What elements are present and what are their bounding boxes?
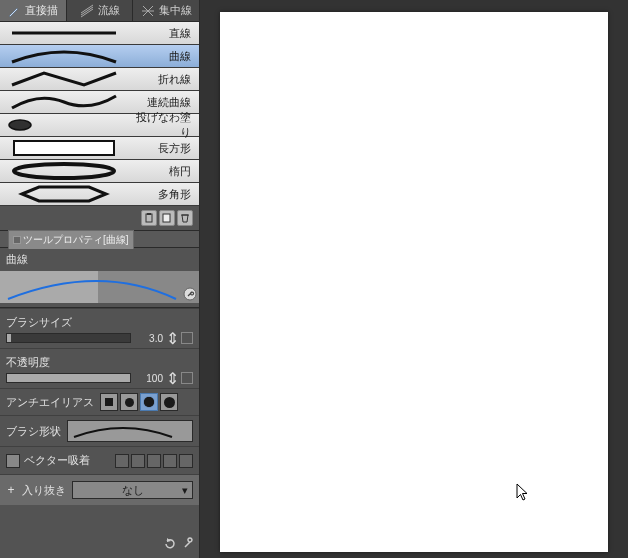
tool-preview-curve [0,45,128,67]
tool-row-curve[interactable]: 曲線 [0,45,199,68]
svg-line-1 [148,6,153,11]
vector-snap-opt-1[interactable] [115,454,129,468]
plus-icon: + [7,483,14,497]
chevron-down-icon: ▾ [182,484,188,497]
trash-icon [180,209,190,227]
aa-none-icon [105,398,113,406]
chevron-updown-icon: ⇕ [166,369,179,388]
tool-row-polygon[interactable]: 多角形 [0,183,199,206]
chevron-updown-icon: ⇕ [166,329,179,348]
mode-tab-streamline[interactable]: 流線 [67,0,134,21]
vector-snap-checkbox[interactable] [6,454,20,468]
vector-snap-options [115,454,193,468]
antialias-option-weak[interactable] [120,393,138,411]
brush-size-stepper[interactable]: ⇕ [167,332,177,344]
trash-button[interactable] [177,210,193,226]
brush-size-link-toggle[interactable] [181,332,193,344]
svg-line-2 [148,11,153,16]
reset-icon [163,537,177,554]
tool-label: 折れ線 [128,72,199,87]
tool-label: 曲線 [128,49,199,64]
inout-label: 入り抜き [22,483,66,498]
svg-rect-12 [147,213,151,215]
wrench-icon [181,537,195,554]
antialias-option-none[interactable] [100,393,118,411]
clipboard-button[interactable] [141,210,157,226]
svg-line-5 [143,11,148,16]
opacity-stepper[interactable]: ⇕ [167,372,177,384]
settings-button[interactable] [183,287,197,301]
curve-preview [0,271,199,303]
preview-title: 曲線 [0,248,199,271]
tool-preview-lasso [0,114,128,136]
vector-snap-label: ベクター吸着 [24,453,90,468]
tool-row-rectangle[interactable]: 長方形 [0,137,199,160]
wrench-button[interactable] [181,537,195,551]
opacity-slider[interactable] [6,373,131,383]
tool-preview-polygon [0,183,128,205]
tool-row-lasso-fill[interactable]: 投げなわ塗り [0,114,199,137]
svg-point-9 [14,164,114,178]
tool-row-polyline[interactable]: 折れ線 [0,68,199,91]
svg-rect-8 [14,141,114,155]
inout-value: なし [122,483,144,498]
tool-preview-ellipse [0,160,128,182]
tool-list: 直線 曲線 折れ線 連続曲線 投げなわ塗り 長方形 楕円 多角形 [0,22,199,206]
vector-snap-opt-2[interactable] [131,454,145,468]
aa-weak-icon [125,398,134,407]
svg-point-7 [9,120,31,130]
mode-tab-direct-draw[interactable]: 直接描 [0,0,67,21]
mode-tab-label: 直接描 [25,3,58,18]
opacity-value[interactable]: 100 [135,373,163,384]
tool-label: 直線 [128,26,199,41]
focusline-icon [141,4,155,18]
mode-tab-label: 集中線 [159,3,192,18]
tool-label: 連続曲線 [128,95,199,110]
clipboard-icon [144,209,154,227]
antialias-option-strong[interactable] [160,393,178,411]
tool-property-tab[interactable]: ツールプロパティ[曲線] [8,230,134,249]
vector-snap-opt-4[interactable] [163,454,177,468]
tool-preview-continuous-curve [0,91,128,113]
mode-tab-focusline[interactable]: 集中線 [133,0,199,21]
svg-rect-13 [163,214,170,222]
vector-snap-opt-5[interactable] [179,454,193,468]
tool-label: 長方形 [128,141,199,156]
svg-line-4 [143,6,148,11]
mode-tab-label: 流線 [98,3,120,18]
tool-preview-line [0,22,128,44]
pencil-icon [7,4,21,18]
sheet-icon [162,209,172,227]
antialias-option-medium[interactable] [140,393,158,411]
opacity-link-toggle[interactable] [181,372,193,384]
vector-snap-opt-3[interactable] [147,454,161,468]
tool-property-tab-label: ツールプロパティ[曲線] [23,233,129,247]
svg-rect-11 [146,214,152,222]
svg-marker-10 [22,187,106,201]
tool-preview-polyline [0,68,128,90]
canvas[interactable] [220,12,608,552]
inout-expand-button[interactable]: + [6,483,16,497]
brush-size-value[interactable]: 3.0 [135,333,163,344]
aa-strong-icon [164,397,175,408]
brush-shape-label: ブラシ形状 [6,424,61,439]
tool-preview-rectangle [0,137,128,159]
streamline-icon [80,4,94,18]
new-sheet-button[interactable] [159,210,175,226]
tool-label: 多角形 [128,187,199,202]
brush-shape-preview[interactable] [67,420,193,442]
inout-select[interactable]: なし ▾ [72,481,193,499]
aa-med-icon [144,397,154,407]
reset-button[interactable] [163,537,177,551]
tool-label: 楕円 [128,164,199,179]
brush-size-slider[interactable] [6,333,131,343]
tab-icon [13,236,21,244]
tool-label: 投げなわ塗り [128,110,199,140]
tool-row-line[interactable]: 直線 [0,22,199,45]
antialias-label: アンチエイリアス [6,395,94,410]
tool-row-ellipse[interactable]: 楕円 [0,160,199,183]
